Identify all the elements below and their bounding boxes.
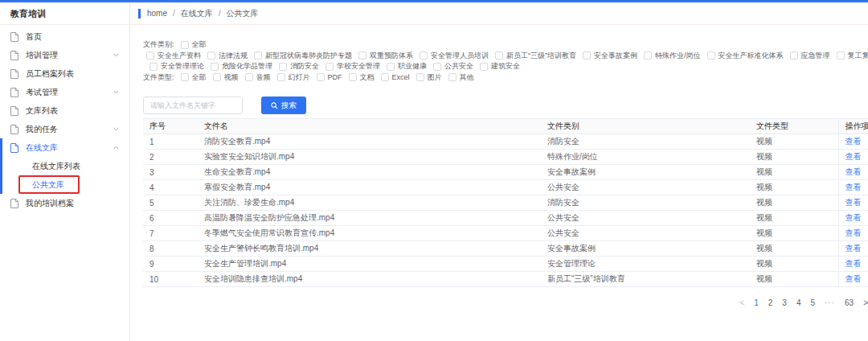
view-link[interactable]: 查看: [845, 274, 862, 283]
checkbox-icon[interactable]: [317, 73, 325, 81]
filter-checkbox-option[interactable]: 安全管理人员培训: [420, 51, 489, 61]
file-table: 序号文件名文件类别文件类型操作项 1消防安全教育.mp4消防安全视频查看2实验室…: [143, 118, 868, 287]
filter-checkbox-option[interactable]: 危险化学品管理: [211, 61, 272, 72]
sidebar-item[interactable]: 在线文库: [0, 138, 129, 157]
checkbox-icon[interactable]: [790, 51, 798, 60]
checkbox-icon[interactable]: [416, 73, 424, 81]
sidebar-item-label: 员工档案列表: [26, 68, 74, 80]
filter-checkbox-option[interactable]: 全部: [181, 39, 207, 50]
filter-checkbox-option[interactable]: 其他: [448, 72, 474, 83]
sidebar-item[interactable]: 培训管理: [0, 46, 129, 64]
filter-checkbox-option[interactable]: 建筑安全: [480, 61, 520, 72]
checkbox-icon[interactable]: [644, 51, 652, 60]
filter-checkbox-option[interactable]: 安全事故案例: [583, 51, 637, 61]
breadcrumb-separator: /: [219, 9, 221, 18]
no-cell: 3: [143, 165, 198, 180]
category-cell: 公共安全: [541, 211, 750, 226]
view-link[interactable]: 查看: [845, 167, 862, 176]
filter-checkbox-option[interactable]: 视频: [213, 72, 239, 83]
filter-checkbox-option[interactable]: 音频: [245, 72, 271, 83]
filter-checkbox-option[interactable]: PDF: [317, 73, 342, 81]
checkbox-icon[interactable]: [420, 51, 428, 60]
checkbox-icon[interactable]: [211, 63, 219, 71]
checkbox-icon[interactable]: [146, 51, 154, 60]
pagination-page[interactable]: 63: [845, 298, 854, 307]
filter-checkbox-option[interactable]: 安全生产标准化体系: [707, 51, 784, 61]
checkbox-label: 图片: [428, 72, 442, 83]
checkbox-icon[interactable]: [326, 63, 334, 71]
pagination-page[interactable]: 5: [810, 298, 815, 307]
filter-checkbox-option[interactable]: 安全生产资料: [146, 51, 201, 61]
filter-checkbox-option[interactable]: 图片: [416, 72, 442, 83]
filter-checkbox-option[interactable]: 特殊作业/岗位: [644, 51, 701, 61]
checkbox-icon[interactable]: [207, 51, 215, 60]
view-link[interactable]: 查看: [845, 228, 862, 237]
column-header: 文件名: [198, 119, 541, 134]
filter-checkbox-option[interactable]: 学校安全管理: [326, 61, 380, 72]
checkbox-icon[interactable]: [495, 51, 503, 60]
checkbox-icon[interactable]: [358, 51, 366, 60]
sidebar-item[interactable]: 考试管理: [0, 83, 129, 101]
view-link[interactable]: 查看: [845, 213, 862, 222]
filter-checkbox-option[interactable]: 消防安全: [279, 61, 319, 72]
filter-checkbox-option[interactable]: 安全管理理论: [149, 61, 204, 72]
checkbox-icon[interactable]: [149, 63, 158, 71]
view-link[interactable]: 查看: [845, 259, 862, 268]
breadcrumb-item[interactable]: 在线文库: [181, 9, 213, 18]
breadcrumb-item[interactable]: 公共文库: [227, 9, 259, 18]
pagination-page[interactable]: 4: [796, 298, 801, 307]
sidebar-subitem[interactable]: 公共文库: [0, 175, 129, 194]
checkbox-icon[interactable]: [277, 73, 285, 81]
pagination-next[interactable]: >: [863, 298, 868, 307]
sidebar-item[interactable]: 我的培训档案: [0, 194, 129, 212]
checkbox-icon[interactable]: [583, 51, 591, 60]
filter-checkbox-option[interactable]: 幻灯片: [277, 72, 310, 83]
filter-checkbox-option[interactable]: 复工复产: [837, 51, 868, 61]
checkbox-icon[interactable]: [837, 51, 845, 60]
sidebar-item[interactable]: 文库列表: [0, 101, 129, 120]
filter-checkbox-option[interactable]: Excel: [381, 73, 410, 81]
no-cell: 8: [143, 241, 198, 257]
filter-checkbox-option[interactable]: 新员工“三级”培训教育: [495, 51, 576, 61]
checkbox-icon[interactable]: [254, 51, 262, 60]
checkbox-icon[interactable]: [381, 73, 389, 81]
search-input[interactable]: [143, 97, 243, 114]
checkbox-label: 学校安全管理: [337, 61, 380, 72]
sidebar-item[interactable]: 我的任务: [0, 120, 129, 138]
pagination-prev[interactable]: <: [739, 298, 744, 307]
sidebar-subitem[interactable]: 在线文库列表: [0, 157, 129, 175]
checkbox-icon[interactable]: [480, 63, 488, 71]
filter-checkbox-option[interactable]: 全部: [181, 72, 207, 83]
filter-checkbox-option[interactable]: 应急管理: [790, 51, 830, 61]
search-button[interactable]: 搜索: [261, 97, 306, 114]
checkbox-icon[interactable]: [349, 73, 357, 81]
sidebar-item[interactable]: 员工档案列表: [0, 64, 129, 83]
search-icon: [271, 102, 278, 109]
checkbox-icon[interactable]: [245, 73, 253, 81]
sidebar-item[interactable]: 首页: [0, 27, 129, 46]
pagination-page[interactable]: 2: [768, 298, 773, 307]
filter-checkbox-option[interactable]: 文档: [349, 72, 375, 83]
checkbox-icon[interactable]: [448, 73, 457, 81]
checkbox-icon[interactable]: [213, 73, 221, 81]
checkbox-icon[interactable]: [279, 63, 287, 71]
view-link[interactable]: 查看: [845, 244, 862, 253]
sidebar-item-label: 文库列表: [26, 105, 58, 117]
pagination-page[interactable]: 3: [782, 298, 787, 307]
view-link[interactable]: 查看: [845, 152, 862, 161]
breadcrumb-item[interactable]: home: [147, 9, 167, 18]
checkbox-icon[interactable]: [181, 73, 189, 81]
filter-checkbox-option[interactable]: 法律法规: [207, 51, 248, 61]
pagination-page[interactable]: 1: [754, 298, 759, 307]
filter-checkbox-option[interactable]: 新型冠状病毒肺炎防护专题: [254, 51, 352, 61]
filter-checkbox-option[interactable]: 双重预防体系: [358, 51, 413, 61]
filter-checkbox-option[interactable]: 职业健康: [387, 61, 427, 72]
checkbox-icon[interactable]: [181, 41, 189, 49]
view-link[interactable]: 查看: [845, 198, 862, 207]
checkbox-icon[interactable]: [387, 63, 395, 71]
checkbox-icon[interactable]: [433, 63, 441, 71]
filter-checkbox-option[interactable]: 公共安全: [433, 61, 473, 72]
checkbox-icon[interactable]: [707, 51, 715, 60]
view-link[interactable]: 查看: [845, 183, 862, 191]
view-link[interactable]: 查看: [845, 137, 862, 146]
